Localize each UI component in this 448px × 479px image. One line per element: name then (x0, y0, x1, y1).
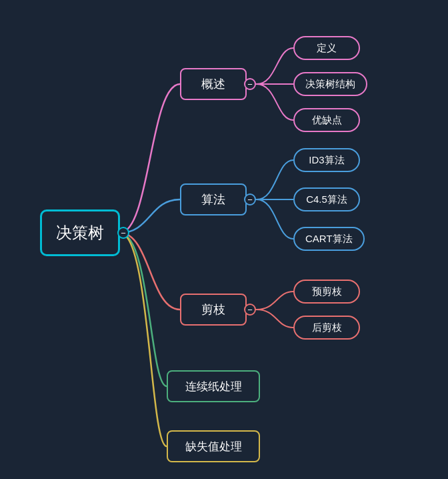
leaf-houjianzhi[interactable]: 后剪枝 (293, 316, 360, 340)
leaf-yujianzhi[interactable]: 预剪枝 (293, 280, 360, 304)
leaf-dingyi[interactable]: 定义 (293, 36, 360, 60)
leaf-id3[interactable]: ID3算法 (293, 148, 360, 172)
jianzhi-node[interactable]: 剪枝 (180, 294, 247, 326)
leaf-youquedian[interactable]: 优缺点 (293, 108, 360, 132)
collapse-gaisu[interactable]: − (244, 78, 256, 90)
queshi-node[interactable]: 缺失值处理 (167, 430, 260, 462)
leaf-cart[interactable]: CART算法 (293, 227, 365, 251)
collapse-root[interactable]: − (117, 227, 129, 239)
leaf-jueceushu-jiegou[interactable]: 决策树结构 (293, 72, 367, 96)
lianxu-node[interactable]: 连续纸处理 (167, 370, 260, 402)
gaisu-node[interactable]: 概述 (180, 68, 247, 100)
suanfa-node[interactable]: 算法 (180, 183, 247, 215)
leaf-c45[interactable]: C4.5算法 (293, 187, 360, 211)
root-node[interactable]: 决策树 (40, 209, 120, 256)
collapse-jianzhi[interactable]: − (244, 304, 256, 316)
collapse-suanfa[interactable]: − (244, 193, 256, 205)
